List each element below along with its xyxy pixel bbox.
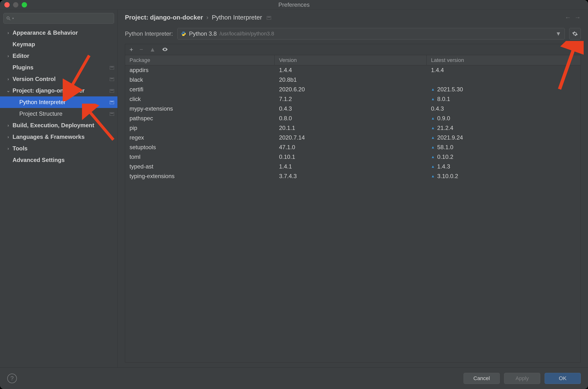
table-row[interactable]: pip20.1.1▲21.2.4	[125, 123, 581, 133]
chevron-right-icon: ›	[207, 14, 209, 21]
chevron-right-icon: ›	[6, 30, 10, 35]
interpreter-dropdown[interactable]: Python 3.8 /usr/local/bin/python3.8 ▼	[177, 28, 565, 39]
sidebar-item[interactable]: ›Languages & Frameworks	[0, 131, 117, 143]
minimize-icon[interactable]	[13, 2, 18, 7]
cell-package: regex	[125, 133, 275, 142]
chevron-right-icon: ›	[6, 146, 10, 151]
svg-rect-8	[110, 101, 114, 104]
sidebar-item[interactable]: ›Build, Execution, Deployment	[0, 120, 117, 131]
sidebar-item-label: Project Structure	[19, 110, 63, 117]
chevron-right-icon: ›	[6, 77, 10, 82]
interpreter-settings-button[interactable]	[569, 28, 581, 39]
sidebar-item[interactable]: ›Version Control	[0, 73, 117, 85]
upgrade-available-icon: ▲	[431, 87, 435, 92]
maximize-icon[interactable]	[22, 2, 27, 7]
svg-rect-2	[110, 66, 114, 69]
cell-package: click	[125, 94, 275, 104]
sidebar-item[interactable]: Keymap	[0, 38, 117, 50]
sidebar-item[interactable]: Python Interpreter	[0, 97, 117, 108]
table-row[interactable]: pathspec0.8.0▲0.9.0	[125, 114, 581, 123]
cell-version: 0.10.1	[275, 152, 427, 162]
table-row[interactable]: click7.1.2▲8.0.1	[125, 94, 581, 104]
table-row[interactable]: black20.8b1	[125, 75, 581, 85]
col-version[interactable]: Version	[275, 55, 427, 65]
upgrade-available-icon: ▲	[431, 155, 435, 159]
sidebar-item-label: Plugins	[13, 64, 34, 71]
upgrade-package-icon[interactable]: ▲	[149, 46, 156, 53]
svg-point-14	[183, 32, 183, 32]
table-row[interactable]: typing-extensions3.7.4.3▲3.10.0.2	[125, 171, 581, 181]
sidebar-item[interactable]: Plugins	[0, 62, 117, 73]
breadcrumb-root: Project: django-on-docker	[125, 14, 203, 21]
interpreter-path: /usr/local/bin/python3.8	[220, 31, 274, 37]
interpreter-name: Python 3.8	[189, 30, 217, 37]
nav-forward-icon[interactable]: →	[575, 14, 581, 21]
titlebar: Preferences	[0, 0, 588, 10]
table-row[interactable]: regex2020.7.14▲2021.9.24	[125, 133, 581, 142]
search-icon	[6, 16, 11, 21]
cell-latest: ▲0.9.0	[427, 114, 581, 123]
sidebar-item-label: Editor	[13, 53, 29, 59]
chevron-right-icon: ›	[6, 123, 10, 128]
cell-latest: ▲2021.5.30	[427, 85, 581, 94]
project-badge-icon	[110, 110, 114, 117]
cell-version: 0.8.0	[275, 114, 427, 123]
sidebar-item[interactable]: ›Tools	[0, 143, 117, 154]
svg-rect-11	[110, 113, 113, 114]
search-input[interactable]: ▾	[3, 13, 114, 24]
cell-latest	[427, 75, 581, 85]
upgrade-available-icon: ▲	[431, 164, 435, 169]
sidebar-item[interactable]: Advanced Settings	[0, 154, 117, 166]
cell-latest: ▲2021.9.24	[427, 133, 581, 142]
interpreter-label: Python Interpreter:	[125, 30, 173, 37]
breadcrumb-leaf: Python Interpreter	[212, 14, 262, 21]
ok-button[interactable]: OK	[545, 373, 581, 384]
cell-package: pathspec	[125, 114, 275, 123]
sidebar-item[interactable]: ⌄Project: django-on-docker	[0, 85, 117, 97]
sidebar-item[interactable]: ›Appearance & Behavior	[0, 27, 117, 38]
sidebar-item-label: Version Control	[13, 76, 56, 82]
cell-version: 20.8b1	[275, 75, 427, 85]
table-row[interactable]: mypy-extensions0.4.30.4.3	[125, 104, 581, 114]
cell-package: appdirs	[125, 65, 275, 75]
show-early-releases-icon[interactable]	[162, 46, 168, 53]
table-row[interactable]: certifi2020.6.20▲2021.5.30	[125, 85, 581, 94]
table-row[interactable]: setuptools47.1.0▲58.1.0	[125, 142, 581, 152]
svg-rect-12	[267, 16, 271, 20]
sidebar-item[interactable]: Project Structure	[0, 108, 117, 120]
sidebar-item-label: Build, Execution, Deployment	[13, 122, 94, 129]
breadcrumb: Project: django-on-docker › Python Inter…	[118, 10, 588, 25]
cell-version: 3.7.4.3	[275, 171, 427, 181]
help-button[interactable]: ?	[7, 374, 17, 383]
cancel-button[interactable]: Cancel	[464, 373, 500, 384]
gear-icon	[572, 31, 578, 37]
cell-latest: 1.4.4	[427, 65, 581, 75]
upgrade-available-icon: ▲	[431, 174, 435, 178]
table-row[interactable]: appdirs1.4.41.4.4	[125, 65, 581, 75]
upgrade-available-icon: ▲	[431, 97, 435, 101]
svg-rect-5	[110, 78, 113, 79]
col-latest[interactable]: Latest version	[427, 55, 581, 65]
nav-back-icon[interactable]: ←	[565, 14, 571, 21]
cell-version: 20.1.1	[275, 123, 427, 133]
footer: ? Cancel Apply OK	[0, 367, 588, 389]
sidebar-item[interactable]: ›Editor	[0, 50, 117, 62]
remove-package-icon[interactable]: −	[139, 46, 143, 53]
sidebar-item-label: Tools	[13, 145, 28, 152]
svg-rect-4	[110, 78, 114, 81]
sidebar-item-label: Advanced Settings	[13, 157, 65, 163]
cell-package: certifi	[125, 85, 275, 94]
sidebar-item-label: Appearance & Behavior	[13, 30, 78, 36]
col-package[interactable]: Package	[125, 55, 275, 65]
table-row[interactable]: toml0.10.1▲0.10.2	[125, 152, 581, 162]
svg-rect-3	[110, 67, 113, 67]
table-row[interactable]: typed-ast1.4.1▲1.4.3	[125, 162, 581, 171]
traffic-lights	[4, 2, 27, 7]
table-body: appdirs1.4.41.4.4black20.8b1certifi2020.…	[125, 65, 581, 362]
cell-latest: ▲1.4.3	[427, 162, 581, 171]
svg-rect-13	[268, 17, 270, 17]
add-package-icon[interactable]: +	[130, 46, 133, 53]
apply-button[interactable]: Apply	[504, 373, 540, 384]
close-icon[interactable]	[4, 2, 10, 7]
cell-latest: ▲8.0.1	[427, 94, 581, 104]
